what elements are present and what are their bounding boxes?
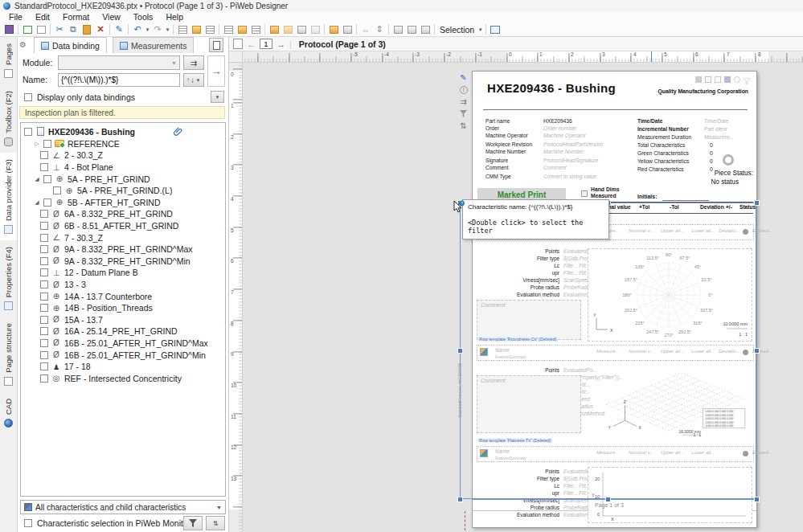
- selection-handle[interactable]: [457, 497, 463, 502]
- module-dropdown[interactable]: ▼: [58, 55, 180, 70]
- tree-row[interactable]: 13 - 3: [24, 279, 225, 291]
- roundness-plot[interactable]: 0° 22.5° 45° 67.5° 90° 112.5° 135° 157.5…: [588, 248, 752, 342]
- tree-checkbox[interactable]: [40, 163, 48, 171]
- filter-options-button[interactable]: ▼: [211, 91, 224, 103]
- expander-collapsed-icon[interactable]: ▷: [34, 141, 40, 147]
- align-middle-icon[interactable]: [236, 23, 248, 35]
- tree-row[interactable]: 16B - 25.01_AFTER_HT_GRIND^Max: [24, 338, 225, 350]
- tab-pages[interactable]: Pages: [0, 37, 17, 84]
- delete-icon[interactable]: ✕: [94, 23, 107, 35]
- copy-icon[interactable]: ⧉: [67, 23, 80, 35]
- tree-row[interactable]: 15A - 13.7: [24, 314, 225, 326]
- sort-arrows-icon[interactable]: ⇅: [458, 121, 469, 131]
- tree-row[interactable]: 7 - 30.3_Z: [24, 231, 225, 243]
- tab-page-structure[interactable]: Page structure: [0, 317, 17, 392]
- funnel-button[interactable]: [183, 516, 203, 530]
- send-back-icon[interactable]: [341, 23, 354, 35]
- document-title[interactable]: HXE209436 - Bushing: [487, 81, 616, 95]
- tab-cad[interactable]: CAD: [0, 392, 17, 434]
- undo-caret-icon[interactable]: ▼: [145, 27, 150, 32]
- tree-row[interactable]: ◢5A - PRE_HT_GRIND: [24, 173, 225, 185]
- align-bottom-icon[interactable]: [249, 23, 262, 35]
- bring-front-icon[interactable]: [327, 23, 340, 35]
- tree-checkbox[interactable]: [40, 245, 48, 253]
- page-number-input[interactable]: [260, 39, 272, 49]
- characteristic-row-band[interactable]: NameFeatureSummary Measure... Nominal v.…: [477, 345, 754, 361]
- tree-row[interactable]: 6B - 8.51_AFTER_HT_GRIND: [24, 220, 225, 232]
- page-overview-icon[interactable]: [233, 39, 243, 49]
- tree-checkbox[interactable]: [40, 351, 48, 359]
- tree-row[interactable]: 6A - 8.332_PRE_HT_GRIND: [24, 208, 225, 220]
- menu-view[interactable]: View: [96, 12, 126, 22]
- tree-row[interactable]: 9A - 8.332_PRE_HT_GRIND^Min: [24, 256, 225, 268]
- filter-funnel-icon[interactable]: [458, 108, 469, 119]
- save-icon[interactable]: [2, 23, 15, 35]
- tree-checkbox[interactable]: [40, 280, 48, 289]
- tab-properties[interactable]: Properties (F4): [0, 240, 17, 317]
- rotate-icon[interactable]: [405, 23, 418, 35]
- new-page-icon[interactable]: [21, 23, 34, 35]
- duplicate-page-icon[interactable]: [35, 23, 47, 35]
- apply-arrows-icon[interactable]: ⇉: [458, 96, 469, 107]
- row-template-link[interactable]: Row template 'Roundness-Ctr' (Deleted): [477, 337, 558, 342]
- tree-checkbox[interactable]: [40, 304, 48, 312]
- export-red-icon[interactable]: [715, 76, 721, 83]
- tree-row[interactable]: 16B - 25.01_AFTER_HT_GRIND^Min: [24, 349, 225, 361]
- monitor-selection-checkbox[interactable]: [24, 519, 32, 527]
- selection-handle[interactable]: [754, 200, 760, 206]
- redo-icon[interactable]: ↷: [151, 23, 164, 35]
- tree-checkbox[interactable]: [40, 374, 48, 383]
- tree-checkbox[interactable]: [43, 198, 51, 207]
- gear-icon[interactable]: [734, 76, 740, 83]
- selection-handle[interactable]: [754, 497, 760, 502]
- menu-help[interactable]: Help: [160, 12, 189, 22]
- characteristic-row-band[interactable]: NameFeatureSummary Measure... Nominal v.…: [477, 446, 754, 462]
- selection-caret-icon[interactable]: ▼: [477, 27, 483, 32]
- name-filter-input[interactable]: [58, 73, 180, 87]
- tree-checkbox[interactable]: [40, 316, 48, 324]
- same-width-icon[interactable]: ⇔: [359, 23, 372, 35]
- size-icon[interactable]: [391, 23, 404, 35]
- tree-checkbox[interactable]: [40, 327, 48, 335]
- printer-icon[interactable]: [695, 76, 702, 83]
- hand-dims-checkbox[interactable]: [581, 190, 588, 197]
- company-name[interactable]: Quality Manufacturing Corporation: [658, 88, 748, 94]
- tree-checkbox[interactable]: [43, 175, 51, 183]
- tree-row[interactable]: ▷REFERENCE: [24, 138, 225, 150]
- ungroup-icon[interactable]: [281, 23, 294, 35]
- tree-checkbox[interactable]: [40, 362, 48, 370]
- display-only-checkbox[interactable]: [24, 93, 32, 101]
- tree-checkbox[interactable]: [53, 186, 61, 194]
- forward-arrow-button[interactable]: →: [207, 55, 225, 87]
- undo-icon[interactable]: ↶: [131, 23, 144, 35]
- menu-file[interactable]: File: [3, 12, 28, 22]
- tree-checkbox[interactable]: [40, 151, 48, 159]
- comment-box[interactable]: Comment: [477, 300, 581, 340]
- same-height-icon[interactable]: ⇕: [373, 23, 386, 35]
- comment-box[interactable]: Comment: [477, 375, 581, 433]
- tab-toolbox[interactable]: Toolbox (F2): [0, 84, 17, 153]
- tree-row[interactable]: 14B - Position_Threads: [24, 302, 225, 314]
- tree-checkbox[interactable]: [40, 257, 48, 265]
- align-top-icon[interactable]: [222, 23, 235, 35]
- tree-row[interactable]: 9A - 8.332_PRE_HT_GRIND^Max: [24, 243, 225, 256]
- tree-checkbox[interactable]: [24, 128, 32, 136]
- expander-expanded-icon[interactable]: ◢: [34, 176, 40, 182]
- tree-row[interactable]: 16A - 25.14_PRE_HT_GRIND: [24, 325, 225, 338]
- tree-checkbox[interactable]: [40, 293, 48, 301]
- align-right-icon[interactable]: [203, 23, 216, 35]
- arrange-back-icon[interactable]: [309, 23, 322, 35]
- format-painter-icon[interactable]: ✎: [113, 23, 125, 35]
- redo-caret-icon[interactable]: ▼: [165, 27, 170, 32]
- tree-row-root[interactable]: HXE209436 - Bushing: [24, 126, 225, 138]
- panel-gear-icon[interactable]: ⚙: [19, 39, 31, 51]
- tree-checkbox[interactable]: [40, 234, 48, 242]
- tree-row[interactable]: 4 - Bot Plane: [24, 162, 225, 174]
- funnel-small-icon[interactable]: [744, 76, 750, 83]
- selection-handle[interactable]: [754, 348, 760, 354]
- tree-checkbox[interactable]: [40, 222, 48, 230]
- menu-format[interactable]: Format: [57, 12, 95, 22]
- selection-handle[interactable]: [457, 348, 463, 354]
- paperclip-icon[interactable]: [174, 127, 183, 137]
- tree-row[interactable]: REF - Intersected Concentricity: [24, 372, 225, 384]
